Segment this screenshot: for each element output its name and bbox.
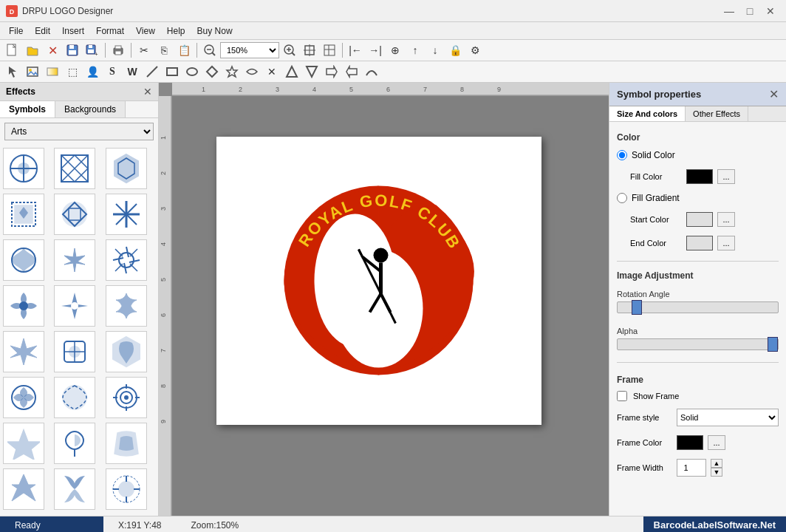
- close-button[interactable]: ✕: [761, 4, 780, 18]
- maximize-button[interactable]: □: [740, 4, 759, 18]
- align-right-button[interactable]: →|: [366, 41, 385, 59]
- symbol-text-w[interactable]: W: [123, 63, 142, 81]
- frame-width-down[interactable]: ▼: [711, 468, 722, 477]
- line-tool[interactable]: [143, 63, 162, 81]
- starburst-tool[interactable]: ✕: [262, 63, 281, 81]
- zoom-select[interactable]: 150% 100% 75% 50% 200%: [220, 42, 279, 58]
- properties-button[interactable]: ⚙: [465, 41, 485, 59]
- symbol-item[interactable]: [54, 194, 95, 235]
- user-button[interactable]: 👤: [83, 63, 102, 81]
- symbol-item[interactable]: [106, 331, 147, 372]
- zoom-in-btn[interactable]: [280, 41, 299, 59]
- symbol-item[interactable]: [54, 377, 95, 418]
- paste-button[interactable]: 📋: [174, 41, 194, 59]
- select-button[interactable]: [3, 63, 22, 81]
- category-select[interactable]: Arts Animals Business Sports: [4, 123, 154, 140]
- frame-width-input[interactable]: [677, 459, 706, 477]
- start-color-picker-button[interactable]: ...: [717, 212, 735, 227]
- gradient-button[interactable]: [43, 63, 62, 81]
- symbol-item[interactable]: [106, 468, 147, 510]
- menu-edit[interactable]: Edit: [29, 24, 56, 38]
- menu-buynow[interactable]: Buy Now: [191, 24, 239, 38]
- symbol-item[interactable]: [3, 239, 44, 281]
- end-color-swatch[interactable]: [686, 236, 713, 250]
- frame-style-select[interactable]: Solid Dashed Dotted Double: [677, 409, 779, 426]
- star-tool[interactable]: [222, 63, 242, 81]
- symbol-item[interactable]: [3, 148, 44, 189]
- align-left-button[interactable]: |←: [346, 41, 365, 59]
- symbol-item[interactable]: [3, 194, 44, 235]
- symbol-item[interactable]: [54, 285, 95, 327]
- triangle-down-tool[interactable]: [302, 63, 321, 81]
- saveas-button[interactable]: +: [83, 41, 102, 59]
- symbol-item[interactable]: [106, 423, 147, 464]
- menu-format[interactable]: Format: [90, 24, 130, 38]
- symbol-item[interactable]: [3, 331, 44, 372]
- grid-button[interactable]: [320, 41, 339, 59]
- symbol-text-s[interactable]: S: [103, 63, 122, 81]
- minimize-button[interactable]: —: [720, 4, 739, 18]
- ellipse-tool[interactable]: [182, 63, 202, 81]
- menu-insert[interactable]: Insert: [56, 24, 90, 38]
- symbol-item[interactable]: [106, 148, 147, 189]
- fill-color-swatch[interactable]: [686, 169, 713, 184]
- save-button[interactable]: [63, 41, 82, 59]
- arc-tool[interactable]: [362, 63, 381, 81]
- symbol-item[interactable]: [54, 331, 95, 372]
- start-color-swatch[interactable]: [686, 212, 713, 227]
- menu-help[interactable]: Help: [161, 24, 191, 38]
- open-button[interactable]: [23, 41, 42, 59]
- frame-color-picker-button[interactable]: ...: [708, 435, 725, 450]
- tab-backgrounds[interactable]: Backgrounds: [55, 101, 126, 117]
- new-button[interactable]: [3, 41, 22, 59]
- symbol-item[interactable]: [3, 468, 44, 510]
- rect-tool[interactable]: [163, 63, 182, 81]
- symbol-item[interactable]: [3, 285, 44, 327]
- cut-button[interactable]: ✂: [134, 41, 154, 59]
- show-frame-checkbox[interactable]: [617, 391, 627, 401]
- diamond-tool[interactable]: [202, 63, 222, 81]
- symbol-item[interactable]: [3, 377, 44, 418]
- print-button[interactable]: [109, 41, 128, 59]
- align-top-button[interactable]: ↑: [406, 41, 425, 59]
- align-bottom-button[interactable]: ↓: [426, 41, 445, 59]
- symbol-item[interactable]: [106, 377, 147, 418]
- fit-page-button[interactable]: [300, 41, 319, 59]
- tab-size-colors[interactable]: Size And colors: [609, 106, 686, 121]
- rp-close-button[interactable]: ✕: [769, 87, 779, 101]
- frame-width-up[interactable]: ▲: [711, 459, 722, 468]
- canvas-scroll[interactable]: ROYAL GOLF CLUB: [172, 96, 609, 516]
- zoom-out-btn[interactable]: [200, 41, 219, 59]
- arrow-tool[interactable]: [242, 63, 262, 81]
- frame-color-swatch[interactable]: [677, 435, 703, 450]
- lock-button[interactable]: 🔒: [445, 41, 465, 59]
- menu-file[interactable]: File: [3, 24, 29, 38]
- layers-button[interactable]: ⬚: [63, 63, 82, 81]
- symbol-item[interactable]: [106, 239, 147, 281]
- symbol-item[interactable]: [54, 468, 95, 510]
- solid-color-radio[interactable]: [617, 150, 627, 160]
- tab-symbols[interactable]: Symbols: [0, 101, 55, 117]
- brand-label: BarcodeLabelSoftware.Net: [643, 516, 786, 532]
- image-button[interactable]: [23, 63, 42, 81]
- arrow-right-tool[interactable]: [322, 63, 341, 81]
- rotation-angle-slider[interactable]: [617, 301, 779, 313]
- copy-button[interactable]: ⎘: [154, 41, 174, 59]
- symbol-item[interactable]: [54, 239, 95, 281]
- arrow-left-tool[interactable]: [342, 63, 361, 81]
- symbol-item[interactable]: [3, 423, 44, 464]
- alpha-slider[interactable]: [617, 338, 779, 350]
- symbol-item[interactable]: [54, 148, 95, 189]
- fill-gradient-radio[interactable]: [617, 193, 627, 203]
- tab-other-effects[interactable]: Other Effects: [686, 106, 748, 121]
- fill-color-picker-button[interactable]: ...: [717, 169, 735, 184]
- symbol-item[interactable]: [54, 423, 95, 464]
- panel-close-button[interactable]: ✕: [143, 86, 152, 98]
- triangle-tool[interactable]: [282, 63, 301, 81]
- menu-view[interactable]: View: [130, 24, 161, 38]
- symbol-item[interactable]: [106, 194, 147, 235]
- close-doc-button[interactable]: ✕: [43, 41, 62, 59]
- end-color-picker-button[interactable]: ...: [717, 236, 735, 250]
- symbol-item[interactable]: [106, 285, 147, 327]
- align-center-button[interactable]: ⊕: [386, 41, 405, 59]
